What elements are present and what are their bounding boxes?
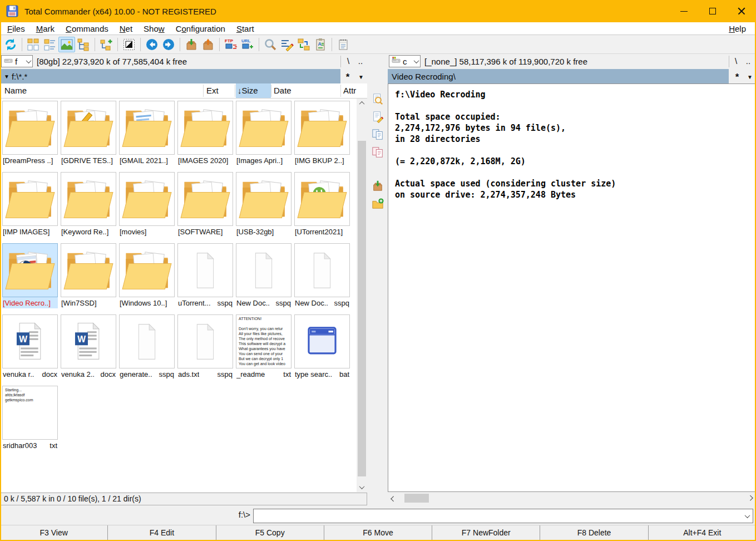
left-history-button[interactable]: ▼ [355, 69, 367, 83]
folder-item[interactable]: [GDRIVE TES..] [61, 101, 116, 166]
left-vertical-scrollbar[interactable] [357, 99, 367, 492]
left-drive-combobox[interactable]: f [1, 55, 33, 67]
menu-mark[interactable]: Mark [31, 24, 60, 33]
menu-show[interactable]: Show [138, 24, 170, 33]
close-button[interactable] [727, 0, 756, 22]
header-attr[interactable]: Attr [343, 83, 356, 98]
divider[interactable] [340, 85, 341, 97]
folder-item[interactable]: [Images Apri..] [236, 101, 291, 166]
scroll-left-button[interactable] [388, 492, 398, 504]
multi-rename-icon[interactable] [279, 37, 295, 52]
fkey-f8[interactable]: F8 Delete [540, 525, 648, 540]
file-item[interactable]: ads.txtsspq [177, 314, 233, 380]
left-parent-button[interactable]: .. [355, 54, 365, 68]
ftp-connect-icon[interactable]: FTP [223, 37, 239, 52]
dir-branch-icon[interactable] [98, 37, 115, 52]
right-horizontal-scrollbar[interactable] [388, 492, 755, 504]
folder-item[interactable]: [IMG BKUP 2..] [294, 101, 350, 166]
folder-item[interactable]: [Video Recro..] [2, 243, 58, 308]
file-item[interactable]: New Doc..sspq [236, 243, 291, 308]
file-item[interactable]: New Doc..sspq [294, 243, 350, 308]
minimize-button[interactable] [669, 0, 698, 22]
scroll-right-button[interactable] [745, 492, 755, 504]
divider[interactable] [203, 85, 204, 97]
fkey-f4[interactable]: F4 Edit [107, 525, 215, 540]
folder-item[interactable]: [GMAIL 2021..] [119, 101, 175, 166]
panel-splitter[interactable] [367, 54, 388, 506]
fkey-f5[interactable]: F5 Copy [216, 525, 324, 540]
file-item[interactable]: Wvenuka 2..docx [61, 314, 116, 380]
scrollbar-thumb[interactable] [404, 494, 429, 503]
folder-item[interactable]: [Windows 10..] [119, 243, 175, 308]
right-parent-button[interactable]: .. [743, 54, 753, 68]
file-item[interactable]: uTorrent...sspq [177, 243, 233, 308]
left-path-bar[interactable]: ▼ f:\*.* [0, 69, 340, 83]
pack-files-icon[interactable] [370, 179, 385, 193]
sync-dirs-icon[interactable] [295, 37, 312, 52]
file-item[interactable]: ATTENTION! Don't worry, you can returAll… [236, 314, 291, 380]
ftp-url-icon[interactable]: URL [239, 37, 256, 52]
left-root-button[interactable]: \ [343, 54, 353, 68]
folder-item[interactable]: [Keyword Re..] [61, 172, 116, 237]
header-date[interactable]: Date [274, 83, 291, 98]
menu-commands[interactable]: Commands [60, 24, 114, 33]
pack-icon[interactable] [183, 37, 200, 52]
header-name[interactable]: Name [4, 83, 27, 98]
move-files-icon[interactable] [370, 145, 385, 160]
menu-net[interactable]: Net [114, 24, 138, 33]
folder-item[interactable]: [SOFTWARE] [177, 172, 233, 237]
fkey-alt-f4[interactable]: Alt+F4 Exit [648, 525, 756, 540]
unpack-icon[interactable] [200, 37, 216, 52]
fkey-f7[interactable]: F7 NewFolder [432, 525, 540, 540]
divider[interactable] [235, 85, 235, 97]
folder-item[interactable]: [IMAGES 2020] [177, 101, 233, 166]
folder-item[interactable]: ORRENT[UTorrent2021] [294, 172, 350, 237]
file-item[interactable]: Wvenuka r..docx [2, 314, 58, 380]
menu-help[interactable]: Help [723, 24, 752, 33]
command-input[interactable] [257, 511, 745, 522]
new-folder-icon[interactable] [370, 196, 385, 211]
scrollbar-thumb[interactable] [358, 141, 366, 476]
right-path-bar[interactable]: Video Recroding\ [388, 69, 729, 83]
back-icon[interactable] [144, 37, 160, 52]
right-root-button[interactable]: \ [731, 54, 741, 68]
header-size[interactable]: ↓Size [236, 83, 271, 98]
quick-view-panel[interactable]: f:\Video Recroding Total space occupied:… [388, 83, 755, 492]
menu-configuration[interactable]: Configuration [170, 24, 231, 33]
folder-item[interactable]: [IMP IMAGES] [2, 172, 58, 237]
quick-view-panel-icon[interactable] [121, 37, 137, 52]
right-drive-combobox[interactable]: c [389, 55, 421, 67]
scroll-up-button[interactable] [357, 99, 367, 108]
forward-icon[interactable] [160, 37, 177, 52]
menu-files[interactable]: Files [2, 24, 31, 33]
full-view-icon[interactable] [42, 37, 58, 52]
header-ext[interactable]: Ext [206, 83, 219, 98]
maximize-button[interactable] [698, 0, 727, 22]
menu-start[interactable]: Start [231, 24, 260, 33]
fkey-f3[interactable]: F3 View [0, 525, 107, 540]
brief-view-icon[interactable] [25, 37, 42, 52]
folder-item[interactable]: [movies] [119, 172, 175, 237]
fkey-f6[interactable]: F6 Move [324, 525, 432, 540]
left-filter-button[interactable]: * [342, 69, 354, 83]
refresh-icon[interactable] [2, 37, 19, 52]
file-item[interactable]: type searc..bat [294, 314, 350, 380]
copy-files-icon[interactable] [370, 127, 385, 142]
scroll-down-button[interactable] [357, 483, 367, 492]
folder-item[interactable]: [USB-32gb] [236, 172, 291, 237]
thumbnails-view-icon[interactable] [58, 37, 75, 52]
notepad-icon[interactable] [335, 37, 352, 52]
command-input-box[interactable] [253, 509, 753, 523]
folder-item[interactable]: [Win7SSD] [61, 243, 116, 308]
right-filter-button[interactable]: * [731, 69, 743, 83]
edit-file-icon[interactable] [370, 110, 385, 124]
file-item[interactable]: generate..sspq [119, 314, 175, 380]
search-icon[interactable] [262, 37, 279, 52]
folder-item[interactable]: [DreamPress ..] [2, 101, 58, 166]
quick-view-file-icon[interactable] [370, 92, 385, 106]
tree-view-icon[interactable] [75, 37, 92, 52]
compare-contents-icon[interactable]: A [312, 37, 329, 52]
right-history-button[interactable]: ▼ [744, 69, 756, 83]
divider[interactable] [271, 85, 271, 97]
file-item[interactable]: Starting...afds;lkfasdfgetkmspico.comsri… [2, 386, 58, 451]
